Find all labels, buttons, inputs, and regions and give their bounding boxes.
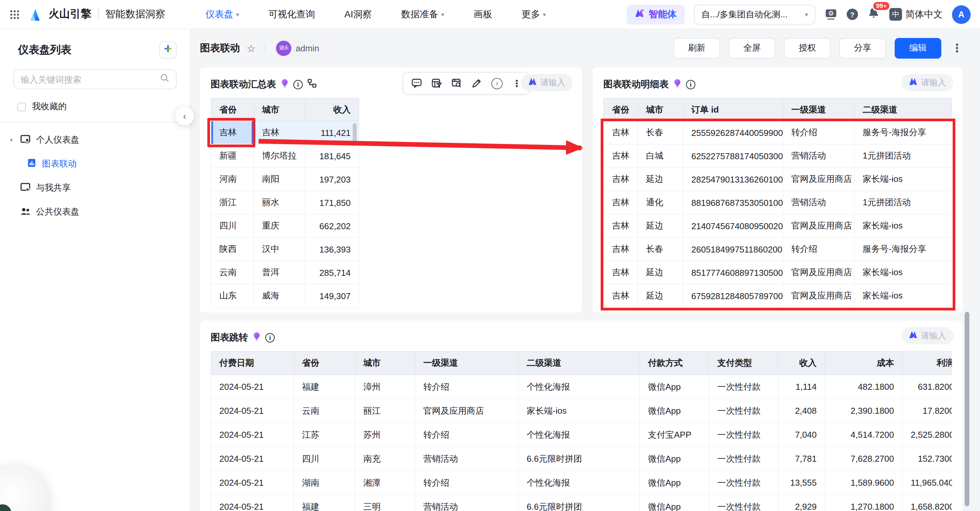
table-cell[interactable]: 吉林 [603,261,638,284]
table-cell[interactable]: 延边 [638,168,683,191]
column-header[interactable]: 一级渠道 [415,351,519,375]
table-cell[interactable]: 2,525.2800 [903,423,952,447]
table-cell[interactable]: 山东 [211,284,254,308]
table-row[interactable]: 云南普洱285,714 [211,261,360,284]
table-cell[interactable]: 吉林 [603,168,638,191]
table-cell[interactable]: 1,658.8200 [903,495,952,511]
insight-bulb-icon[interactable] [281,78,289,91]
comment-icon[interactable] [411,78,422,89]
sidebar-item-chart-linkage[interactable]: 图表联动 [0,152,190,176]
table-row[interactable]: 2024-05-21江苏苏州转介绍个性化海报支付宝APP一次性付款7,0404,… [211,423,952,447]
favorites-checkbox[interactable] [18,102,26,111]
table-row[interactable]: 吉林延边2825479013136260100官网及应用商店家长端-ios [603,168,952,191]
table-cell[interactable]: 一次性付款 [710,447,779,471]
column-header[interactable]: 城市 [355,351,415,375]
workspace-selector[interactable]: 自.../多集团自动化测... ▾ [694,4,815,24]
table-cell[interactable]: 南充 [355,447,415,471]
table-cell[interactable]: 四川 [211,214,254,238]
expand-chevron-icon[interactable]: › [492,78,503,89]
table-cell[interactable]: 云南 [294,399,355,423]
info-icon[interactable]: i [265,333,275,343]
table-cell[interactable]: 转介绍 [783,238,855,261]
table-cell[interactable]: 云南 [211,261,254,284]
table-cell[interactable]: 陕西 [211,238,254,261]
table-cell[interactable]: 181,645 [305,144,360,168]
table-cell[interactable]: 149,307 [305,284,360,308]
table-search-icon[interactable] [451,78,462,89]
table-row[interactable]: 四川重庆662,202 [211,214,360,238]
nav-item-canvas[interactable]: 画板 [474,8,492,20]
table-cell[interactable]: 重庆 [254,214,305,238]
table-cell[interactable]: 2024-05-21 [211,471,294,495]
table-cell[interactable]: 家长端-ios [855,168,952,191]
table-cell[interactable]: 官网及应用商店 [783,284,855,308]
table-cell[interactable]: 6252275788174050300 [683,144,783,168]
table-cell[interactable]: 吉林 [211,121,254,144]
table-cell[interactable]: 营销活动 [415,495,519,511]
table-cell[interactable]: 1,589.9600 [825,471,903,495]
table-cell[interactable]: 通化 [638,191,683,214]
help-icon[interactable]: ? [847,9,858,20]
table-cell[interactable]: 微信App [640,471,710,495]
more-actions-icon[interactable]: ⋮ [951,41,963,55]
table-cell[interactable]: 家长端-ios [855,284,952,308]
column-header[interactable]: 付款方式 [640,351,710,375]
table-cell[interactable]: 2825479013136260100 [683,168,783,191]
table-cell[interactable]: 家长端-ios [855,261,952,284]
tree-expand-caret-icon[interactable]: ▾ [8,137,15,143]
table-cell[interactable]: 湖南 [294,471,355,495]
table-cell[interactable]: 个性化海报 [519,471,640,495]
table-row[interactable]: 浙江丽水171,850 [211,191,360,214]
sidebar-item-personal-dashboards[interactable]: ▾ 个人仪表盘 [0,128,190,152]
table-cell[interactable]: 136,393 [305,238,360,261]
table-cell[interactable]: 微信App [640,447,710,471]
table-cell[interactable]: 吉林 [254,121,305,144]
owner-pill[interactable]: 骁乐 admin [274,38,327,58]
add-dashboard-button[interactable] [159,41,177,59]
table-cell[interactable]: 江苏 [294,423,355,447]
nav-item-data-prep[interactable]: 数据准备 ▾ [401,8,444,20]
table-cell[interactable]: 家长端-ios [855,214,952,238]
table-cell[interactable]: 微信App [640,495,710,511]
table-cell[interactable]: 一次性付款 [710,399,779,423]
notifications-button[interactable]: 99+ [867,7,880,22]
table-row[interactable]: 2024-05-21云南丽江官网及应用商店家长端-ios微信App一次性付款2,… [211,399,952,423]
sidebar-collapse-button[interactable]: ‹ [175,106,194,125]
table-cell[interactable]: 官网及应用商店 [415,399,519,423]
table-cell[interactable]: 延边 [638,261,683,284]
table-cell[interactable]: 2555926287440059900 [683,121,783,144]
table-cell[interactable]: 6.6元限时拼团 [519,447,640,471]
table-cell[interactable]: 2024-05-21 [211,399,294,423]
table-cell[interactable]: 延边 [638,214,683,238]
table-cell[interactable]: 营销活动 [783,144,855,168]
table-cell[interactable]: 1元拼团活动 [855,191,952,214]
edit-pencil-icon[interactable] [471,78,482,89]
table-row[interactable]: 2024-05-21福建漳州转介绍个性化海报微信App一次性付款1,114482… [211,375,952,399]
table-cell[interactable]: 转介绍 [415,375,519,399]
table-cell[interactable]: 2024-05-21 [211,495,294,511]
table-cell[interactable]: 微信App [640,375,710,399]
table-cell[interactable]: 官网及应用商店 [783,214,855,238]
table-cell[interactable]: 吉林 [603,284,638,308]
fullscreen-button[interactable]: 全屏 [729,38,775,58]
table-cell[interactable]: 转介绍 [415,423,519,447]
table-cell[interactable]: 浙江 [211,191,254,214]
table-row[interactable]: 吉林吉林111,421 [211,121,360,144]
table-cell[interactable]: 服务号-海报分享 [855,238,952,261]
table-row[interactable]: 吉林延边2140745674080950020官网及应用商店家长端-ios [603,214,952,238]
table-cell[interactable]: 服务号-海报分享 [855,121,952,144]
table-cell[interactable]: 一次性付款 [710,375,779,399]
table-cell[interactable]: 新疆 [211,144,254,168]
table-cell[interactable]: 湘潭 [355,471,415,495]
table-cell[interactable]: 延边 [638,284,683,308]
column-header[interactable]: 利润 [903,351,952,375]
column-header[interactable]: 订单 id [683,98,783,121]
table-cell[interactable]: 威海 [254,284,305,308]
table-cell[interactable]: 支付宝APP [640,423,710,447]
ai-input-button[interactable]: 请输入 [520,74,573,91]
column-header[interactable]: 省份 [294,351,355,375]
table-cell[interactable]: 官网及应用商店 [783,261,855,284]
table-cell[interactable]: 1元拼团活动 [855,144,952,168]
table-cell[interactable]: 171,850 [305,191,360,214]
table-cell[interactable]: 1,270.1800 [825,495,903,511]
